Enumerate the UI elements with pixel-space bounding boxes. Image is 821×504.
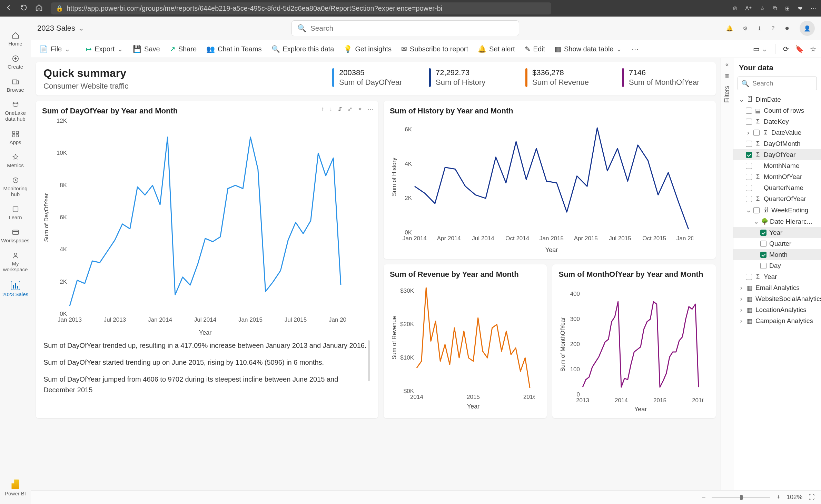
show-table-button[interactable]: ▦ Show data table ⌄ — [551, 43, 625, 55]
read-aloud-icon[interactable]: A⁺ — [745, 5, 752, 12]
chart-history-card[interactable]: Sum of History by Year and Month 0K2K4K6… — [384, 101, 716, 259]
explore-button[interactable]: 🔍 Explore this data — [268, 43, 338, 55]
share-button[interactable]: ↗ Share — [166, 43, 200, 55]
field-count[interactable]: ▤Count of rows — [733, 105, 821, 116]
feedback-icon[interactable]: ☻ — [784, 25, 790, 31]
field-year-sigma[interactable]: ΣYear — [733, 271, 821, 282]
address-bar[interactable]: 🔒 https://app.powerbi.com/groups/me/repo… — [51, 2, 551, 14]
table-campaign[interactable]: ›▦Campaign Analytics — [733, 315, 821, 326]
subscribe-button[interactable]: ✉ Subscribe to report — [398, 43, 472, 55]
chart-monthofyear-card[interactable]: Sum of MonthOfYear by Year and Month 010… — [552, 264, 716, 418]
notifications-icon[interactable]: 🔔 — [726, 25, 733, 32]
sort-asc-icon[interactable]: ↑ — [321, 106, 324, 112]
download-icon[interactable]: ⤓ — [757, 25, 762, 32]
app-launcher[interactable] — [0, 20, 31, 27]
field-quartername[interactable]: QuarterName — [733, 182, 821, 193]
field-datevalue[interactable]: ›🗓DateValue — [733, 127, 821, 138]
svg-text:Apr 2015: Apr 2015 — [574, 235, 598, 242]
zoom-slider[interactable] — [712, 497, 770, 498]
filters-label: Filters — [723, 86, 731, 103]
visualizations-icon[interactable]: ▥ — [724, 72, 730, 79]
save-button[interactable]: 💾 Save — [129, 43, 164, 55]
nav-workspaces[interactable]: Workspaces — [0, 225, 31, 247]
field-quarterofyear[interactable]: ΣQuarterOfYear — [733, 193, 821, 204]
svg-rect-8 — [12, 230, 18, 235]
field-dayofyear[interactable]: ΣDayOfYear — [733, 149, 821, 160]
export-menu[interactable]: ↦ Export ⌄ — [82, 43, 127, 55]
field-weekending[interactable]: ⌄🗄WeekEnding — [733, 204, 821, 216]
set-alert-button[interactable]: 🔔 Set alert — [474, 43, 518, 55]
file-menu[interactable]: 📄 File ⌄ — [36, 43, 74, 55]
home-icon[interactable] — [35, 4, 43, 13]
table-web[interactable]: ›▦WebsiteSocialAnalytics — [733, 293, 821, 304]
global-search[interactable]: 🔍 Search — [291, 20, 519, 36]
shopping-icon[interactable]: ⎚ — [733, 5, 737, 11]
field-year[interactable]: Year — [733, 227, 821, 238]
svg-text:$20K: $20K — [400, 321, 414, 327]
back-icon[interactable] — [5, 4, 12, 13]
nav-my-workspace[interactable]: My workspace — [0, 248, 31, 276]
sort-desc-icon[interactable]: ↓ — [329, 106, 332, 112]
nav-metrics[interactable]: Metrics — [0, 150, 31, 172]
sparkle-icon[interactable]: ✧ — [358, 106, 362, 112]
expand-icon[interactable]: ⤢ — [348, 106, 352, 112]
nav-onelake[interactable]: OneLake data hub — [0, 98, 31, 125]
field-monthofyear[interactable]: ΣMonthOfYear — [733, 171, 821, 182]
field-month[interactable]: Month — [733, 249, 821, 260]
visual-more-icon[interactable]: ⋯ — [368, 106, 373, 112]
extensions-icon[interactable]: ⊞ — [785, 5, 790, 12]
more-ribbon[interactable]: ⋯ — [628, 43, 642, 55]
table-email[interactable]: ›▦Email Analytics — [733, 282, 821, 293]
star-icon[interactable]: ☆ — [810, 45, 816, 53]
fit-page-icon[interactable]: ⛶ — [809, 494, 815, 501]
drill-icon[interactable]: ⇵ — [338, 106, 342, 112]
field-datekey[interactable]: ΣDateKey — [733, 116, 821, 127]
nav-home[interactable]: Home — [0, 28, 31, 50]
table-dimdate[interactable]: ⌄🗄DimDate — [733, 94, 821, 105]
fields-tree: ⌄🗄DimDate ▤Count of rows ΣDateKey ›🗓Date… — [733, 94, 821, 490]
more-icon[interactable]: ⋯ — [811, 5, 816, 12]
workspace-breadcrumb[interactable]: 2023 Sales ⌄ — [37, 24, 84, 33]
settings-icon[interactable]: ⚙ — [743, 25, 748, 32]
account-avatar[interactable]: 👤 — [800, 21, 815, 36]
nav-monitoring[interactable]: Monitoring hub — [0, 173, 31, 201]
svg-text:4K: 4K — [60, 246, 67, 253]
profile-icon[interactable]: ❤ — [798, 5, 802, 12]
zoom-in-icon[interactable]: + — [777, 494, 780, 501]
field-quarter[interactable]: Quarter — [733, 238, 821, 249]
svg-text:Jan 2014: Jan 2014 — [403, 235, 427, 242]
data-search-input[interactable]: 🔍 Search — [738, 77, 817, 90]
svg-text:Apr 2014: Apr 2014 — [437, 235, 461, 242]
nav-active-report[interactable]: 2023 Sales — [0, 278, 31, 301]
filters-pane-collapsed[interactable]: « ▥ Filters — [721, 58, 733, 490]
svg-text:2K: 2K — [405, 195, 412, 201]
nav-browse[interactable]: Browse — [0, 74, 31, 96]
nav-create[interactable]: Create — [0, 51, 31, 73]
chart-dayofyear-card[interactable]: Sum of DayOfYear by Year and Month ↑ ↓ ⇵… — [36, 101, 378, 418]
expand-filters-icon[interactable]: « — [725, 61, 729, 68]
favorite-icon[interactable]: ☆ — [760, 5, 765, 12]
svg-text:Jan 2016: Jan 2016 — [329, 316, 346, 323]
field-dayofmonth[interactable]: ΣDayOfMonth — [733, 138, 821, 149]
help-icon[interactable]: ? — [771, 25, 774, 31]
table-location[interactable]: ›▦LocationAnalytics — [733, 304, 821, 315]
field-datehierarchy[interactable]: ⌄🌳Date Hierarc... — [733, 216, 821, 227]
field-monthname[interactable]: MonthName — [733, 160, 821, 171]
app-topbar: 2023 Sales ⌄ 🔍 Search 🔔 ⚙ ⤓ ? ☻ 👤 — [31, 17, 821, 40]
nav-learn[interactable]: Learn — [0, 202, 31, 224]
zoom-out-icon[interactable]: − — [702, 494, 706, 501]
get-insights-button[interactable]: 💡 Get insights — [340, 43, 395, 55]
lock-icon: 🔒 — [56, 5, 63, 12]
refresh-report-icon[interactable]: ⟳ — [783, 45, 789, 53]
chart-revenue-card[interactable]: Sum of Revenue by Year and Month $0K$10K… — [384, 264, 547, 418]
edit-button[interactable]: ✎ Edit — [521, 43, 548, 55]
chat-teams-button[interactable]: 👥 Chat in Teams — [203, 43, 265, 55]
field-day[interactable]: Day — [733, 260, 821, 271]
chart-title: Sum of Revenue by Year and Month — [390, 270, 541, 279]
nav-apps[interactable]: Apps — [0, 127, 31, 149]
refresh-icon[interactable] — [20, 4, 28, 13]
view-mode-button[interactable]: ▭ ⌄ — [753, 45, 768, 53]
collections-icon[interactable]: ⧉ — [773, 5, 777, 11]
brand-footer: Power BI — [5, 475, 26, 504]
bookmark-icon[interactable]: 🔖 — [795, 45, 804, 53]
